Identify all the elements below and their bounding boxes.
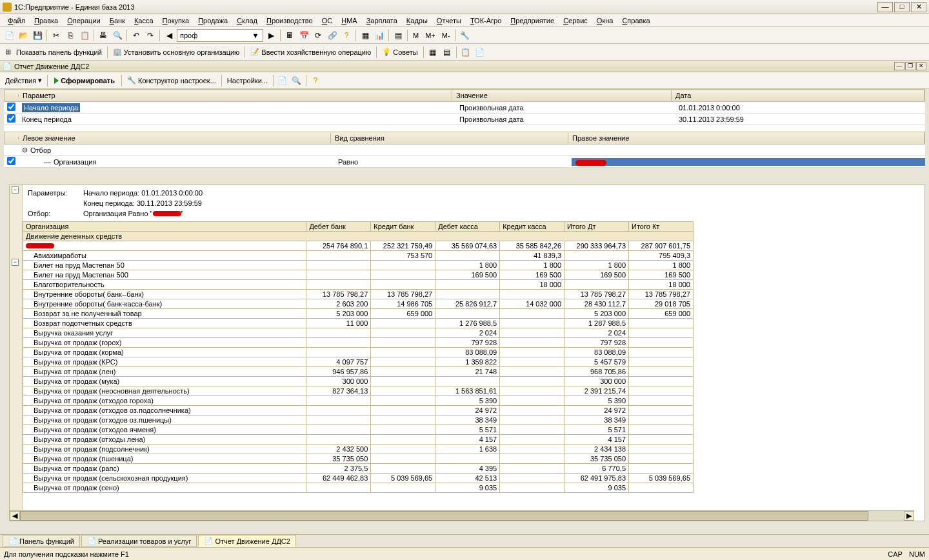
collapse-button[interactable]: − <box>12 186 19 194</box>
sub-close[interactable]: ✕ <box>916 62 926 70</box>
table-row[interactable]: Выручка от продаж (мука)300 000300 000 <box>23 377 694 386</box>
table-row[interactable]: Выручка оказания услуг2 0242 024 <box>23 328 694 338</box>
horizontal-scrollbar[interactable]: ◀ ▶ <box>10 510 914 521</box>
table-row[interactable]: Выручка от продаж (отходы лена)4 1574 15… <box>23 435 694 445</box>
menu-отчеты[interactable]: Отчеты <box>433 15 465 26</box>
save-icon[interactable]: 💾 <box>31 29 44 42</box>
form-icon[interactable]: ▤ <box>392 29 405 42</box>
param-checkbox[interactable] <box>7 103 15 111</box>
chart-icon[interactable]: 📊 <box>373 29 386 42</box>
filter-root[interactable]: ⊖Отбор <box>4 145 925 156</box>
misc-icon-3[interactable]: 📋 <box>459 46 472 59</box>
run-button[interactable]: Сформировать <box>50 75 119 86</box>
collapse-icon[interactable]: ⊖ <box>22 146 28 154</box>
menu-правка[interactable]: Правка <box>30 15 62 26</box>
menu-нма[interactable]: НМА <box>337 15 361 26</box>
set-org-button[interactable]: 🏢Установить основную организацию <box>110 48 243 57</box>
scroll-left-icon[interactable]: ◀ <box>10 511 20 521</box>
table-row[interactable]: Благотворительность18 00018 000 <box>23 280 694 290</box>
menu-сервис[interactable]: Сервис <box>559 15 592 26</box>
table-row[interactable]: Выручка от продаж (отходов оз.подсолнечн… <box>23 406 694 415</box>
tab[interactable]: 📄Реализации товаров и услуг <box>81 535 197 547</box>
window-minimize[interactable]: — <box>877 2 893 12</box>
table-row[interactable]: Выручка от продаж (пшеница)35 735 05035 … <box>23 454 694 464</box>
dropdown-icon[interactable]: ▼ <box>251 32 260 39</box>
actions-dropdown[interactable]: Действия ▾ <box>3 76 45 85</box>
col-header[interactable]: Кредит банк <box>371 222 435 232</box>
sub-minimize[interactable]: — <box>894 62 904 70</box>
open-icon[interactable]: 📂 <box>17 29 30 42</box>
param-row[interactable]: Начало периодаПроизвольная дата01.01.201… <box>4 102 925 114</box>
tab[interactable]: 📄Отчет Движение ДДС2 <box>198 535 295 547</box>
search-fwd-icon[interactable]: ▶ <box>265 29 277 42</box>
menu-кадры[interactable]: Кадры <box>403 15 432 26</box>
table-row[interactable]: Выручка от продаж (отходов оз.пшеницы)38… <box>23 415 694 425</box>
link-icon[interactable]: 🔗 <box>326 29 339 42</box>
show-panel-button[interactable]: ⊞Показать панель функций <box>3 48 105 57</box>
refresh-icon[interactable]: ⟳ <box>312 29 325 42</box>
table-row[interactable]: Выручка от продаж (неосновная деятельнос… <box>23 386 694 396</box>
menu-файл[interactable]: Файл <box>4 15 29 26</box>
m-plus-button[interactable]: M+ <box>423 32 438 39</box>
extra-icon-1[interactable]: 📄 <box>276 74 289 87</box>
table-row[interactable]: Выручка от продаж (горох)797 928797 928 <box>23 338 694 348</box>
calendar-icon[interactable]: 📅 <box>297 29 310 42</box>
menu-окна[interactable]: Окна <box>593 15 617 26</box>
table-row[interactable]: Выручка от продаж (лен)946 957,8621 7489… <box>23 367 694 377</box>
menu-производство[interactable]: Производство <box>263 15 317 26</box>
table-row[interactable]: Билет на пруд Мастепан 501 8001 8001 800… <box>23 261 694 270</box>
table-row[interactable]: Билет на пруд Мастепан 500169 500169 500… <box>23 270 694 280</box>
table-row[interactable]: Выручка от продаж (КРС)4 097 7571 359 82… <box>23 357 694 367</box>
menu-предприятие[interactable]: Предприятие <box>506 15 558 26</box>
table-row[interactable]: Выручка от продаж (отходов ячменя)5 5715… <box>23 425 694 435</box>
search-combo[interactable]: ▼ <box>177 29 263 42</box>
menu-справка[interactable]: Справка <box>618 15 654 26</box>
advice-button[interactable]: 💡Советы <box>379 48 420 57</box>
calc-icon[interactable]: 🖩 <box>283 29 296 42</box>
filter-row[interactable]: —Организация Равно xx <box>4 156 925 168</box>
misc-icon-4[interactable]: 📄 <box>474 46 486 59</box>
m-minus-button[interactable]: M- <box>439 32 453 39</box>
settings-button[interactable]: Настройки... <box>225 77 270 85</box>
scroll-thumb[interactable] <box>20 511 868 521</box>
undo-icon[interactable]: ↶ <box>130 29 143 42</box>
print-icon[interactable]: 🖶 <box>97 29 110 42</box>
menu-склад[interactable]: Склад <box>233 15 261 26</box>
help-icon[interactable]: ? <box>340 29 353 42</box>
table-row[interactable]: Возврат подотчетных средств11 0001 276 9… <box>23 319 694 328</box>
search-input[interactable] <box>180 32 251 39</box>
col-header[interactable]: Кредит касса <box>500 222 564 232</box>
cut-icon[interactable]: ✂ <box>50 29 63 42</box>
redo-icon[interactable]: ↷ <box>144 29 157 42</box>
menu-продажа[interactable]: Продажа <box>194 15 232 26</box>
menu-ток-агро[interactable]: ТОК-Агро <box>466 15 505 26</box>
new-icon[interactable]: 📄 <box>3 29 15 42</box>
help-icon[interactable]: ? <box>309 74 322 87</box>
enter-op-button[interactable]: 📝Ввести хозяйственную операцию <box>248 48 374 57</box>
menu-покупка[interactable]: Покупка <box>159 15 194 26</box>
copy-icon[interactable]: ⎘ <box>64 29 77 42</box>
table-row[interactable]: Выручка от продаж (сельскохозная продукц… <box>23 474 694 483</box>
sub-restore[interactable]: ❐ <box>905 62 915 70</box>
menu-банк[interactable]: Банк <box>106 15 129 26</box>
table-row[interactable]: Выручка от продаж (корма)83 088,0983 088… <box>23 348 694 357</box>
filter-right-value[interactable]: xx <box>572 158 925 166</box>
col-header[interactable]: Итого Кт <box>629 222 694 232</box>
menu-ос[interactable]: ОС <box>318 15 337 26</box>
report-table[interactable]: ОрганизацияДебет банкКредит банкДебет ка… <box>23 221 694 493</box>
scroll-right-icon[interactable]: ▶ <box>904 511 914 521</box>
window-close[interactable]: ✕ <box>911 2 926 12</box>
table-row[interactable]: Выручка от продаж (сено)9 0359 035 <box>23 483 694 493</box>
table-row[interactable]: Выручка от продаж (рапс)2 375,54 3956 77… <box>23 464 694 474</box>
table-row[interactable]: Внутренние обороты( банк--банк)13 785 79… <box>23 290 694 299</box>
col-header[interactable]: Итого Дт <box>564 222 629 232</box>
menu-касса[interactable]: Касса <box>130 15 157 26</box>
tool-icon[interactable]: 🔧 <box>459 29 472 42</box>
misc-icon-2[interactable]: ▤ <box>441 46 454 59</box>
table-row[interactable]: Выручка от продаж (подсолнечник)2 432 50… <box>23 445 694 454</box>
tab[interactable]: 📄Панель функций <box>3 535 80 547</box>
table-row[interactable]: Внутренние обороты( банк-касса-банк)2 60… <box>23 299 694 309</box>
search-back-icon[interactable]: ◀ <box>163 29 175 42</box>
filter-checkbox[interactable] <box>7 157 15 165</box>
preview-icon[interactable]: 🔍 <box>111 29 124 42</box>
